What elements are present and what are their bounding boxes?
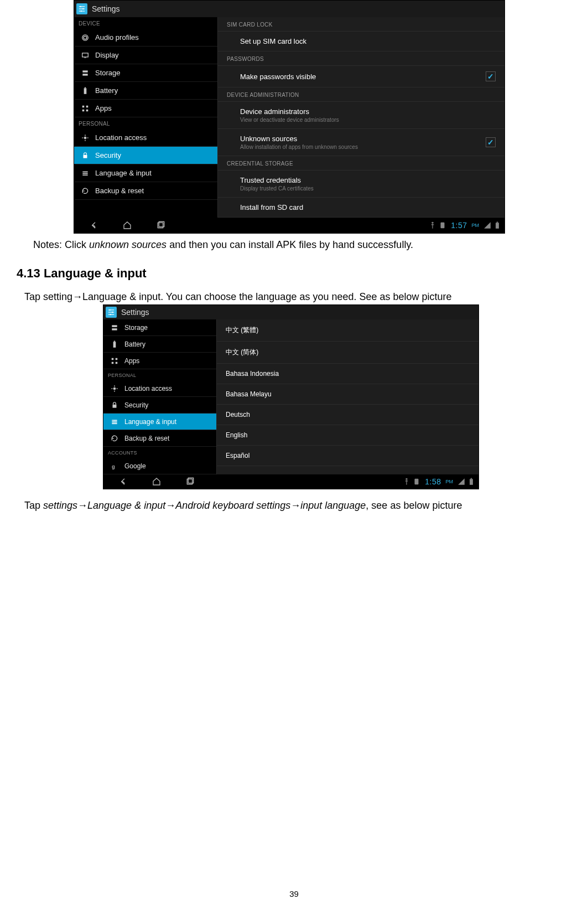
- svg-rect-38: [114, 340, 115, 342]
- system-navbar: 1:58 PM: [103, 474, 478, 489]
- sidebar-item-display[interactable]: Display: [74, 47, 217, 64]
- setting-subtitle: View or deactivate device administrators: [240, 117, 339, 123]
- home-button[interactable]: [151, 476, 162, 487]
- sidebar-item-apps[interactable]: Apps: [103, 353, 216, 369]
- screenshot-security-settings: Settings DEVICEAudio profilesDisplayStor…: [74, 0, 505, 234]
- sidebar-item-label: Battery: [124, 340, 145, 348]
- group-header: CREDENTIAL STORAGE: [218, 156, 504, 171]
- svg-point-34: [110, 314, 111, 315]
- apps-icon: [81, 104, 90, 113]
- left-sidebar: DEVICEAudio profilesDisplayStorageBatter…: [74, 17, 218, 218]
- section-header: ACCOUNTS: [103, 447, 216, 458]
- language-option[interactable]: 中文 (繁體): [217, 319, 478, 342]
- recent-apps-button[interactable]: [155, 220, 166, 231]
- svg-rect-44: [113, 405, 117, 408]
- sidebar-item-google[interactable]: gGoogle: [103, 458, 216, 474]
- setting-subtitle: Display trusted CA certificates: [240, 185, 314, 192]
- notes-pre: Notes: Click: [33, 239, 89, 250]
- sidebar-item-label: Apps: [124, 357, 139, 365]
- sidebar-item-battery[interactable]: Battery: [74, 82, 217, 100]
- sidebar-item-label: Backup & reset: [95, 187, 144, 195]
- sidebar-item-location[interactable]: Location access: [103, 380, 216, 397]
- checkbox[interactable]: [486, 71, 496, 81]
- setting-row[interactable]: Set up SIM card lock: [218, 32, 504, 51]
- svg-rect-28: [497, 222, 498, 223]
- svg-rect-27: [496, 223, 499, 229]
- sidebar-item-label: Location access: [124, 385, 172, 392]
- setting-row[interactable]: Unknown sourcesAllow installation of app…: [218, 129, 504, 156]
- setting-row[interactable]: Make passwords visible: [218, 66, 504, 87]
- svg-rect-11: [82, 74, 87, 76]
- svg-rect-54: [471, 478, 472, 479]
- sidebar-item-label: Storage: [124, 324, 148, 332]
- sidebar-item-audio[interactable]: Audio profiles: [74, 29, 217, 47]
- svg-point-3: [80, 6, 81, 7]
- language-option[interactable]: English: [217, 425, 478, 446]
- paragraph-1: Tap setting→Language & input. You can ch…: [24, 291, 571, 303]
- sidebar-item-storage[interactable]: Storage: [74, 64, 217, 82]
- clock-time: 1:57: [451, 221, 467, 230]
- para1-a: Tap setting: [24, 291, 72, 302]
- page-number: 39: [0, 889, 588, 898]
- setting-title: Make passwords visible: [240, 73, 316, 81]
- arrow-icon: →: [72, 291, 82, 302]
- language-list: 中文 (繁體)中文 (简体)Bahasa IndonesiaBahasa Mel…: [217, 319, 478, 474]
- language-option[interactable]: Deutsch: [217, 405, 478, 425]
- language-option[interactable]: 中文 (简体): [217, 342, 478, 364]
- arrow-icon: →: [165, 500, 175, 511]
- sidebar-item-location[interactable]: Location access: [74, 129, 217, 147]
- arrow-icon: →: [77, 500, 87, 511]
- sidebar-item-apps[interactable]: Apps: [74, 100, 217, 117]
- svg-rect-1: [79, 8, 85, 9]
- svg-rect-12: [84, 88, 87, 94]
- setting-row[interactable]: Trusted credentialsDisplay trusted CA ce…: [218, 171, 504, 198]
- sidebar-item-label: Storage: [95, 69, 121, 77]
- arrow-icon: →: [290, 500, 300, 511]
- setting-title: Install from SD card: [240, 203, 303, 211]
- title-text: Settings: [121, 308, 149, 317]
- setting-row[interactable]: Device administratorsView or deactivate …: [218, 102, 504, 129]
- clock-ampm: PM: [472, 223, 480, 228]
- battery-icon: [493, 221, 501, 229]
- section-header: DEVICE: [74, 17, 217, 29]
- sidebar-item-label: Location access: [95, 133, 147, 142]
- checkbox[interactable]: [486, 137, 496, 147]
- para2-d: Android keyboard settings: [175, 500, 290, 511]
- sidebar-item-backup[interactable]: Backup & reset: [74, 182, 217, 200]
- lang-icon: A: [110, 417, 119, 426]
- notes-italic: unknown sources: [89, 239, 166, 250]
- language-option[interactable]: Español: [217, 446, 478, 466]
- back-button[interactable]: [89, 220, 100, 231]
- language-option[interactable]: Bahasa Melayu: [217, 384, 478, 405]
- sidebar-item-label: Security: [95, 151, 121, 159]
- battery-icon: [81, 86, 90, 95]
- svg-rect-13: [85, 87, 86, 88]
- sidebar-item-lang[interactable]: ALanguage & input: [103, 414, 216, 430]
- home-button[interactable]: [122, 220, 133, 231]
- back-button[interactable]: [118, 476, 129, 487]
- svg-rect-0: [79, 6, 85, 7]
- recent-apps-button[interactable]: [184, 476, 195, 487]
- sidebar-item-security[interactable]: Security: [74, 147, 217, 164]
- svg-text:g: g: [112, 463, 115, 469]
- sidebar-item-security[interactable]: Security: [103, 397, 216, 414]
- sidebar-item-storage[interactable]: Storage: [103, 319, 216, 336]
- svg-point-4: [82, 8, 84, 9]
- signal-icon: [457, 478, 465, 485]
- svg-rect-36: [112, 328, 117, 330]
- sidebar-item-label: Battery: [95, 86, 118, 95]
- svg-rect-53: [470, 479, 473, 485]
- left-sidebar: StorageBatteryAppsPERSONALLocation acces…: [103, 319, 217, 474]
- svg-rect-17: [86, 109, 89, 111]
- display-icon: [81, 51, 90, 60]
- sidebar-item-backup[interactable]: Backup & reset: [103, 430, 216, 447]
- sidebar-item-battery[interactable]: Battery: [103, 336, 216, 353]
- setting-row[interactable]: Install from SD card: [218, 198, 504, 218]
- notes-paragraph: Notes: Click unknown sources and then yo…: [33, 239, 571, 251]
- sidebar-item-label: Language & input: [124, 418, 176, 426]
- lang-icon: A: [81, 169, 90, 178]
- battery-icon: [467, 478, 475, 485]
- sidebar-item-label: Security: [124, 401, 148, 409]
- sidebar-item-lang[interactable]: ALanguage & input: [74, 164, 217, 182]
- language-option[interactable]: Bahasa Indonesia: [217, 364, 478, 384]
